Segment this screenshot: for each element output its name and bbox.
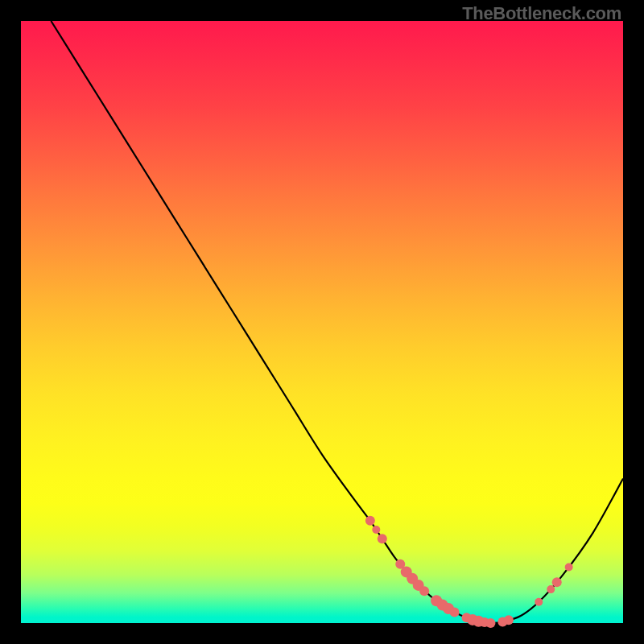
outer-frame xyxy=(0,0,644,644)
watermark-text: TheBottleneck.com xyxy=(462,3,621,24)
